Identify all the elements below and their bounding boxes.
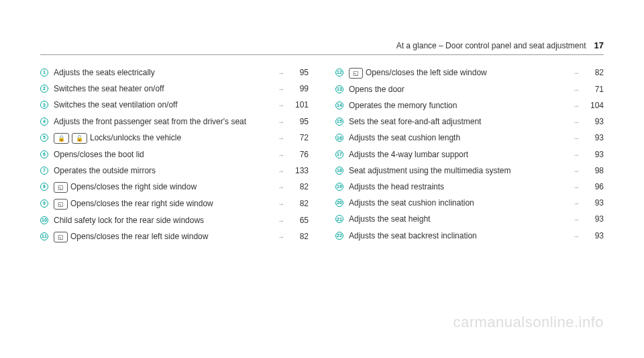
item-number: 12 bbox=[335, 69, 343, 77]
item-number: 17 bbox=[335, 150, 343, 159]
page-ref: 104 bbox=[584, 100, 604, 111]
arrow-icon: → bbox=[573, 199, 580, 208]
page-ref: 93 bbox=[584, 116, 604, 127]
list-item: 20Adjusts the seat cushion inclination→9… bbox=[335, 197, 604, 208]
item-label: Child safety lock for the rear side wind… bbox=[54, 215, 278, 226]
list-item: 5🔒🔓Locks/unlocks the vehicle→72 bbox=[40, 132, 309, 144]
item-number: 11 bbox=[40, 232, 48, 240]
item-label: Sets the seat fore-and-aft adjustment bbox=[349, 116, 573, 127]
item-text: Operates the outside mirrors bbox=[54, 166, 156, 175]
item-number: 5 bbox=[40, 134, 48, 142]
list-item: 17Adjusts the 4-way lumbar support→93 bbox=[335, 149, 604, 160]
item-number: 19 bbox=[335, 183, 343, 191]
arrow-icon: → bbox=[278, 134, 284, 143]
item-number: 2 bbox=[40, 85, 48, 93]
arrow-icon: → bbox=[573, 150, 580, 160]
list-item: 21Adjusts the seat height→93 bbox=[335, 214, 604, 224]
right-column: 12◱Opens/closes the left side window→821… bbox=[335, 67, 604, 248]
page-ref: 76 bbox=[288, 149, 309, 160]
item-text: Opens/closes the rear right side window bbox=[70, 199, 213, 208]
header-title: At a glance – Door control panel and sea… bbox=[396, 41, 586, 50]
list-item: 12◱Opens/closes the left side window→82 bbox=[335, 67, 604, 79]
item-label: Opens/closes the boot lid bbox=[54, 149, 278, 160]
item-text: Opens/closes the left side window bbox=[366, 68, 487, 77]
list-item: 18Seat adjustment using the multimedia s… bbox=[335, 165, 604, 176]
page-ref: 101 bbox=[288, 99, 309, 110]
item-text: Opens/closes the boot lid bbox=[54, 150, 144, 159]
list-item: 6Opens/closes the boot lid→76 bbox=[40, 149, 309, 160]
item-number: 20 bbox=[335, 199, 343, 207]
arrow-icon: → bbox=[278, 85, 284, 94]
item-number: 22 bbox=[335, 232, 343, 240]
item-label: Opens the door bbox=[349, 84, 573, 95]
header-page: 17 bbox=[594, 40, 604, 50]
item-text: Adjusts the front passenger seat from th… bbox=[54, 117, 246, 126]
item-text: Adjusts the seats electrically bbox=[54, 68, 155, 77]
item-number: 7 bbox=[40, 167, 48, 175]
item-text: Operates the memory function bbox=[349, 101, 457, 110]
page-ref: 82 bbox=[584, 67, 604, 78]
item-number: 21 bbox=[335, 215, 343, 223]
item-label: Adjusts the seat cushion length bbox=[349, 132, 573, 143]
list-item: 15Sets the seat fore-and-aft adjustment→… bbox=[335, 116, 604, 127]
item-label: Operates the outside mirrors bbox=[54, 165, 278, 176]
page-header: At a glance – Door control panel and sea… bbox=[40, 40, 604, 55]
arrow-icon: → bbox=[278, 232, 284, 242]
list-item: 19Adjusts the head restraints→96 bbox=[335, 181, 604, 192]
list-item: 1Adjusts the seats electrically→95 bbox=[40, 67, 309, 78]
item-text: Adjusts the seat cushion inclination bbox=[349, 198, 474, 208]
page-ref: 133 bbox=[288, 165, 309, 176]
item-text: Sets the seat fore-and-aft adjustment bbox=[349, 117, 481, 126]
item-number: 3 bbox=[40, 101, 48, 109]
list-item: 2Switches the seat heater on/off→99 bbox=[40, 83, 309, 94]
item-label: 🔒🔓Locks/unlocks the vehicle bbox=[54, 132, 278, 144]
item-number: 15 bbox=[335, 118, 343, 126]
arrow-icon: → bbox=[573, 183, 580, 192]
list-item: 13Opens the door→71 bbox=[335, 84, 604, 95]
item-label: Adjusts the seat height bbox=[349, 214, 573, 224]
arrow-icon: → bbox=[573, 101, 580, 111]
list-item: 14Operates the memory function→104 bbox=[335, 100, 604, 111]
arrow-icon: → bbox=[573, 215, 580, 224]
item-number: 14 bbox=[335, 101, 343, 109]
page-ref: 93 bbox=[584, 197, 604, 208]
item-number: 9 bbox=[40, 199, 48, 208]
item-text: Switches the seat heater on/off bbox=[54, 84, 164, 93]
arrow-icon: → bbox=[573, 134, 580, 143]
page-ref: 82 bbox=[288, 231, 309, 242]
page-ref: 98 bbox=[584, 165, 604, 176]
item-label: Adjusts the front passenger seat from th… bbox=[54, 116, 278, 127]
page-ref: 82 bbox=[288, 181, 309, 192]
item-text: Adjusts the seat cushion length bbox=[349, 133, 460, 142]
button-icon: ◱ bbox=[54, 232, 68, 242]
item-label: Operates the memory function bbox=[349, 100, 573, 111]
arrow-icon: → bbox=[573, 85, 580, 95]
page-ref: 71 bbox=[584, 84, 604, 95]
arrow-icon: → bbox=[278, 216, 284, 226]
item-text: Opens the door bbox=[349, 85, 405, 94]
item-text: Child safety lock for the rear side wind… bbox=[54, 216, 204, 225]
list-item: 7Operates the outside mirrors→133 bbox=[40, 165, 309, 176]
page-ref: 82 bbox=[288, 198, 309, 209]
page-ref: 95 bbox=[288, 116, 309, 127]
arrow-icon: → bbox=[573, 118, 580, 127]
button-icon: 🔒 bbox=[54, 133, 69, 144]
item-number: 8 bbox=[40, 183, 48, 191]
arrow-icon: → bbox=[278, 150, 284, 160]
item-label: ◱Opens/closes the right side window bbox=[54, 181, 278, 193]
page-ref: 95 bbox=[288, 67, 309, 78]
item-number: 13 bbox=[335, 85, 343, 93]
arrow-icon: → bbox=[278, 101, 284, 110]
page-ref: 93 bbox=[584, 214, 604, 224]
button-icon: ◱ bbox=[54, 199, 68, 210]
item-text: Adjusts the seat height bbox=[349, 214, 430, 224]
item-number: 16 bbox=[335, 134, 343, 142]
item-label: Adjusts the seat cushion inclination bbox=[349, 197, 573, 208]
arrow-icon: → bbox=[573, 232, 580, 241]
arrow-icon: → bbox=[573, 69, 580, 78]
page-ref: 65 bbox=[288, 215, 309, 226]
left-column: 1Adjusts the seats electrically→952Switc… bbox=[40, 67, 309, 248]
arrow-icon: → bbox=[573, 167, 580, 176]
item-number: 4 bbox=[40, 118, 48, 126]
page-ref: 99 bbox=[288, 83, 309, 94]
